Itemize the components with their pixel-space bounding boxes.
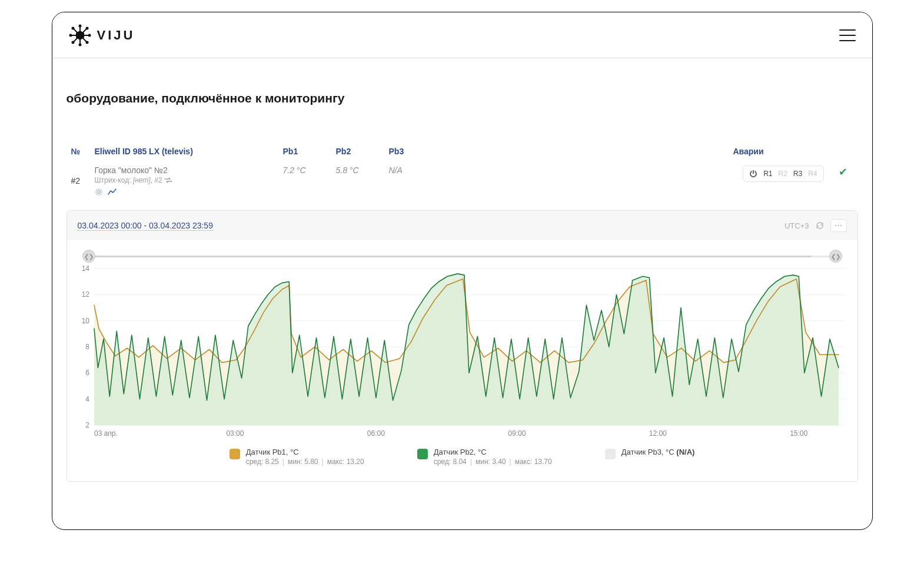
legend-pb1[interactable]: Датчик Pb1, °C сред: 8.25|мин: 5.80|макс… [230,448,364,466]
col-pb3[interactable]: Pb3 [384,141,437,162]
chart-menu-button[interactable]: ··· [830,219,847,232]
pb3-value: N/A [389,165,403,175]
svg-text:03:00: 03:00 [226,429,244,438]
device-subrow: Штрих-код: [нет], #2 [95,176,274,184]
svg-text:10: 10 [81,317,89,325]
status-ok-icon: ✔ [839,166,847,178]
col-device[interactable]: Eliwell ID 985 LX (televis) [90,141,278,162]
chart-area: ❮❯ ❮❯ 246810121403 апр.03:0006:0009:0012… [67,240,857,481]
table-row[interactable]: #2 Горка "молоко" №2 Штрих-код: [нет], #… [67,162,858,200]
topbar: VIJU [52,12,872,58]
barcode-label: Штрих-код: [95,176,131,184]
svg-text:8: 8 [85,343,89,351]
col-alarm[interactable]: Аварии [729,141,829,162]
relay-r1: R1 [763,170,772,178]
device-name: Горка "молоко" №2 [95,165,274,175]
scrubber-handle-right[interactable]: ❮❯ [829,250,842,263]
power-icon [749,170,757,178]
legend-stats-pb2: сред: 8.04|мин: 3.40|макс: 13.70 [434,458,552,466]
gear-icon[interactable] [95,188,103,196]
date-range[interactable]: 03.04.2023 00:00 - 03.04.2023 23:59 [78,221,213,231]
relay-r3: R3 [793,170,802,178]
col-pb2[interactable]: Pb2 [331,141,384,162]
svg-text:03 апр.: 03 апр. [94,429,118,438]
chart-icon[interactable] [108,188,117,196]
svg-text:12:00: 12:00 [649,429,666,438]
brand-logo[interactable]: VIJU [69,24,135,47]
brand-text: VIJU [97,28,135,43]
legend-swatch-pb1 [230,449,240,459]
chart-toolbar: 03.04.2023 00:00 - 03.04.2023 23:59 UTC+… [67,211,857,240]
time-scrubber[interactable]: ❮❯ ❮❯ [79,251,846,261]
svg-text:15:00: 15:00 [790,429,807,438]
legend-pb2[interactable]: Датчик Pb2, °C сред: 8.04|мин: 3.40|макс… [417,448,552,466]
svg-text:2: 2 [85,421,89,429]
child-index: #2 [154,176,162,184]
svg-text:06:00: 06:00 [367,429,384,438]
row-num: #2 [67,162,90,200]
app-window: VIJU оборудование, подключённое к монито… [52,12,873,530]
page-title: оборудование, подключённое к мониторингу [67,91,858,105]
scrubber-handle-left[interactable]: ❮❯ [82,250,95,263]
svg-point-13 [97,191,99,193]
page-body: оборудование, подключённое к мониторингу… [52,58,872,496]
relay-chip[interactable]: R1 R2 R3 R4 [743,165,823,182]
devices-table: № Eliwell ID 985 LX (televis) Pb1 Pb2 Pb… [67,141,858,200]
pb1-value: 7.2 °С [283,165,306,175]
legend-swatch-pb2 [417,449,428,459]
refresh-icon[interactable] [815,221,825,230]
svg-text:4: 4 [85,395,89,403]
svg-text:09:00: 09:00 [508,429,526,438]
line-chart[interactable]: 246810121403 апр.03:0006:0009:0012:0015:… [73,265,852,442]
swap-icon [164,177,172,183]
legend-stats-pb1: сред: 8.25|мин: 5.80|макс: 13.20 [246,458,364,466]
svg-text:6: 6 [85,369,89,377]
menu-button[interactable] [839,29,856,41]
legend-title-pb1: Датчик Pb1, °C [246,448,364,456]
col-pb1[interactable]: Pb1 [278,141,331,162]
chart-legend: Датчик Pb1, °C сред: 8.25|мин: 5.80|макс… [73,448,852,466]
brand-mark-icon [69,24,91,47]
legend-swatch-pb3 [605,449,616,459]
legend-pb3[interactable]: Датчик Pb3, °C (N/A) [605,448,695,466]
relay-r4: R4 [808,170,817,178]
svg-text:12: 12 [81,290,89,299]
legend-title-pb2: Датчик Pb2, °C [434,448,552,456]
barcode-value: [нет] [133,176,151,184]
chart-card: 03.04.2023 00:00 - 03.04.2023 23:59 UTC+… [67,210,858,482]
col-num[interactable]: № [67,141,90,162]
legend-title-pb3: Датчик Pb3, °C (N/A) [621,448,695,456]
svg-text:14: 14 [81,265,89,273]
pb2-value: 5.8 °С [336,165,359,175]
relay-r2: R2 [778,170,787,178]
timezone-label[interactable]: UTC+3 [785,221,809,230]
